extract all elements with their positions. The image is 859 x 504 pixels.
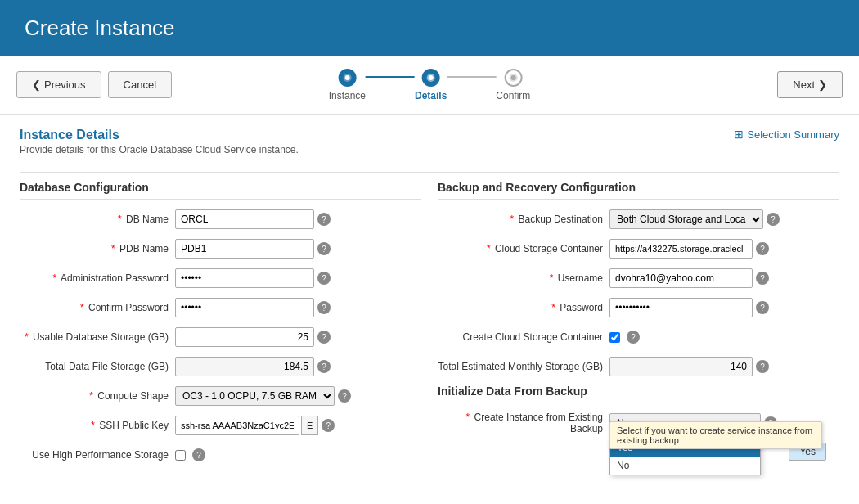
section-divider [20,172,839,173]
backup-dest-select[interactable]: Both Cloud Storage and Loca [609,209,763,229]
step-circle-details [422,69,440,87]
cloud-container-row: * Cloud Storage Container ? [438,237,839,260]
password-help-icon[interactable]: ? [756,301,769,314]
ssh-key-label: * SSH Public Key [20,420,175,431]
step-line-2 [447,76,496,78]
usable-storage-row: * Usable Database Storage (GB) ? [20,326,421,349]
step-confirm: Confirm [496,69,530,101]
cloud-container-help-icon[interactable]: ? [756,242,769,255]
step-label-confirm: Confirm [496,90,530,101]
chevron-right-icon: ❯ [818,79,827,91]
ssh-key-input[interactable] [175,416,299,435]
grid-icon: ⊞ [734,128,744,141]
compute-shape-help-icon[interactable]: ? [338,389,351,403]
confirm-password-help-icon[interactable]: ? [317,301,331,314]
selection-summary-link[interactable]: ⊞ Selection Summary [734,128,839,141]
cancel-button[interactable]: Cancel [108,71,172,98]
backup-config-title: Backup and Recovery Configuration [438,181,839,200]
cloud-container-input[interactable] [609,239,753,259]
step-details: Details [415,69,447,101]
step-circle-confirm [504,69,522,87]
ssh-key-row: * SSH Public Key E ? [20,414,421,437]
next-button[interactable]: Next ❯ [777,71,843,98]
compute-shape-select[interactable]: OC3 - 1.0 OCPU, 7.5 GB RAM [175,386,335,406]
high-perf-checkbox[interactable] [175,450,186,461]
svg-point-1 [344,75,349,80]
total-monthly-label: Total Estimated Monthly Storage (GB) [438,361,609,372]
password-label: * Password [438,302,609,313]
total-data-row: Total Data File Storage (GB) ? [20,355,421,378]
tooltip-box: Select if you want to create service ins… [609,421,822,449]
admin-password-label: * Administration Password [20,272,175,284]
pdb-name-help-icon[interactable]: ? [317,242,331,255]
backup-dest-row: * Backup Destination Both Cloud Storage … [438,208,839,231]
total-data-input [175,357,314,376]
database-config-title: Database Configuration [20,181,421,200]
page-header: Create Instance [0,0,859,56]
total-monthly-input [609,357,753,376]
db-name-input[interactable] [175,209,314,229]
pdb-name-row: * PDB Name ? [20,237,421,260]
create-container-checkbox[interactable] [609,332,620,343]
usable-storage-input[interactable] [175,327,314,347]
total-monthly-help-icon[interactable]: ? [756,360,769,373]
step-label-instance: Instance [329,90,366,101]
username-input[interactable] [609,268,753,288]
compute-shape-label: * Compute Shape [20,390,175,402]
total-data-help-icon[interactable]: ? [317,360,331,373]
admin-password-help-icon[interactable]: ? [317,272,331,285]
cloud-container-label: * Cloud Storage Container [438,243,609,254]
section-header: Instance Details Provide details for thi… [20,128,299,165]
create-container-row: Create Cloud Storage Container ? [438,326,839,349]
section-title: Instance Details [20,128,299,142]
step-circle-instance [338,69,356,87]
compute-shape-row: * Compute Shape OC3 - 1.0 OCPU, 7.5 GB R… [20,385,421,407]
backup-dest-label: * Backup Destination [438,214,609,225]
toolbar-right: Next ❯ [777,71,843,98]
pdb-name-label: * PDB Name [20,243,175,254]
username-label: * Username [438,272,609,284]
svg-point-3 [429,75,434,80]
confirm-password-input[interactable] [175,298,314,317]
db-name-row: * DB Name ? [20,208,421,231]
high-perf-label: Use High Performance Storage [20,449,175,461]
backup-config-column: Backup and Recovery Configuration * Back… [438,181,839,473]
create-container-help-icon[interactable]: ? [627,331,640,344]
confirm-password-label: * Confirm Password [20,302,175,313]
backup-dest-help-icon[interactable]: ? [767,213,780,226]
db-name-help-icon[interactable]: ? [317,213,331,226]
usable-storage-help-icon[interactable]: ? [317,331,331,344]
create-container-checkbox-cell: ? [609,331,640,344]
pdb-name-input[interactable] [175,239,314,259]
total-data-label: Total Data File Storage (GB) [20,361,175,372]
password-row: * Password ? [438,296,839,319]
step-label-details: Details [415,90,447,101]
create-container-label: Create Cloud Storage Container [438,331,609,343]
username-help-icon[interactable]: ? [756,272,769,285]
ssh-edit-button[interactable]: E [301,416,318,435]
database-config-column: Database Configuration * DB Name ? * PDB… [20,181,421,473]
high-perf-row: Use High Performance Storage ? [20,443,421,466]
password-input[interactable] [609,298,753,317]
usable-storage-label: * Usable Database Storage (GB) [20,331,175,343]
svg-point-5 [510,75,515,80]
main-content: Instance Details Provide details for thi… [0,115,859,504]
db-name-label: * DB Name [20,214,175,225]
stepper: Instance Details Confirm [329,69,531,101]
previous-button[interactable]: ❮ Previous [16,71,101,98]
step-instance: Instance [329,69,366,101]
high-perf-help-icon[interactable]: ? [192,448,205,461]
admin-password-row: * Administration Password ? [20,267,421,290]
page-title: Create Instance [25,16,175,41]
dropdown-option-no[interactable]: No [610,457,760,475]
create-instance-label: * Create Instance from Existing Backup [438,412,609,434]
username-row: * Username ? [438,267,839,290]
toolbar: ❮ Previous Cancel Instance Details Confi… [0,56,859,115]
ssh-key-help-icon[interactable]: ? [322,419,335,432]
admin-password-input[interactable] [175,268,314,288]
total-monthly-row: Total Estimated Monthly Storage (GB) ? [438,355,839,378]
high-perf-checkbox-cell: ? [175,448,205,461]
section-subtitle: Provide details for this Oracle Database… [20,144,299,155]
chevron-left-icon: ❮ [32,79,41,91]
initialize-title: Initialize Data From Backup [438,385,839,403]
